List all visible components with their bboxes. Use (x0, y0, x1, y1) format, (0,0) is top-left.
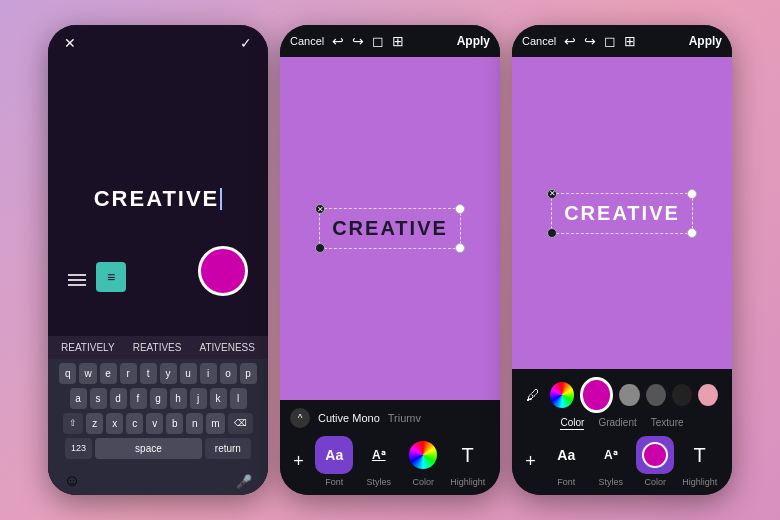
color-tabs-row: Color Gradient Texture (522, 417, 722, 430)
color-tab-gradient[interactable]: Gradient (598, 417, 636, 430)
apply-button-2[interactable]: Apply (457, 34, 490, 48)
tool-highlight-3[interactable]: T Highlight (681, 436, 719, 487)
top-bar-1: ✕ ✓ (48, 25, 268, 61)
color-rainbow-dot[interactable] (550, 382, 574, 408)
tool-font-3[interactable]: Aa Font (547, 436, 585, 487)
mic-icon[interactable]: 🎤 (236, 474, 252, 489)
delete-key[interactable]: ⌫ (228, 413, 253, 434)
eraser-icon-2[interactable]: ◻ (372, 33, 384, 49)
key-x[interactable]: x (106, 413, 123, 434)
handle-br[interactable] (455, 243, 465, 253)
handle-tr[interactable] (455, 204, 465, 214)
tool-highlight-2[interactable]: T Highlight (449, 436, 487, 487)
color-dot-pink[interactable] (698, 384, 718, 406)
tool-row-2: + Aa Font Aᵃ Styles Color (290, 436, 490, 487)
autocomplete-word-1[interactable]: REATIVELY (61, 342, 115, 353)
close-icon[interactable]: ✕ (64, 35, 76, 51)
handle-tr-3[interactable] (687, 189, 697, 199)
creative-text-box-3[interactable]: ✕ CREATIVE (551, 193, 693, 234)
key-t[interactable]: t (140, 363, 157, 384)
color-dot-black[interactable] (672, 384, 692, 406)
handle-bl-3[interactable] (547, 228, 557, 238)
tool-color-3[interactable]: Color (636, 436, 674, 487)
key-v[interactable]: v (146, 413, 163, 434)
emoji-icon[interactable]: ☺ (64, 472, 80, 490)
color-tab-texture[interactable]: Texture (651, 417, 684, 430)
layers-icon-3[interactable]: ⊞ (624, 33, 636, 49)
main-canvas-1: CREATIVE ≡ (48, 61, 268, 336)
key-j[interactable]: j (190, 388, 207, 409)
top-bar-3: Cancel ↩ ↪ ◻ ⊞ Apply (512, 25, 732, 57)
num-key[interactable]: 123 (65, 438, 92, 459)
font-name-triumv[interactable]: Triumv (388, 412, 421, 424)
key-i[interactable]: i (200, 363, 217, 384)
tool-styles-label-3: Styles (598, 477, 623, 487)
key-d[interactable]: d (110, 388, 127, 409)
return-key[interactable]: return (205, 438, 251, 459)
apply-button-3[interactable]: Apply (689, 34, 722, 48)
eraser-icon-3[interactable]: ◻ (604, 33, 616, 49)
key-g[interactable]: g (150, 388, 167, 409)
key-r[interactable]: r (120, 363, 137, 384)
tool-styles-2[interactable]: Aᵃ Styles (360, 436, 398, 487)
key-c[interactable]: c (126, 413, 143, 434)
undo-icon-2[interactable]: ↩ (332, 33, 344, 49)
redo-icon-3[interactable]: ↪ (584, 33, 596, 49)
tool-styles-3[interactable]: Aᵃ Styles (592, 436, 630, 487)
key-f[interactable]: f (130, 388, 147, 409)
creative-text-box-2[interactable]: ✕ CREATIVE (319, 208, 461, 249)
key-b[interactable]: b (166, 413, 183, 434)
key-z[interactable]: z (86, 413, 103, 434)
key-u[interactable]: u (180, 363, 197, 384)
key-a[interactable]: a (70, 388, 87, 409)
check-icon[interactable]: ✓ (240, 35, 252, 51)
tool-color-label-2: Color (412, 477, 434, 487)
tool-color-2[interactable]: Color (404, 436, 442, 487)
handle-bl[interactable] (315, 243, 325, 253)
redo-icon-2[interactable]: ↪ (352, 33, 364, 49)
key-w[interactable]: w (79, 363, 96, 384)
key-e[interactable]: e (100, 363, 117, 384)
handle-close[interactable]: ✕ (315, 204, 325, 214)
key-h[interactable]: h (170, 388, 187, 409)
color-dot-magenta-selected[interactable] (580, 377, 614, 413)
plus-button-2[interactable]: + (293, 451, 304, 472)
key-y[interactable]: y (160, 363, 177, 384)
eyedropper-icon[interactable]: 🖊 (526, 387, 540, 403)
key-k[interactable]: k (210, 388, 227, 409)
handle-close-3[interactable]: ✕ (547, 189, 557, 199)
key-n[interactable]: n (186, 413, 203, 434)
key-row-2: a s d f g h j k l (50, 388, 266, 409)
key-p[interactable]: p (240, 363, 257, 384)
key-q[interactable]: q (59, 363, 76, 384)
key-m[interactable]: m (206, 413, 224, 434)
font-icon-box-2: Aa (315, 436, 353, 474)
autocomplete-word-2[interactable]: REATIVES (133, 342, 182, 353)
color-dot-gray[interactable] (619, 384, 639, 406)
key-s[interactable]: s (90, 388, 107, 409)
plus-button-3[interactable]: + (525, 451, 536, 472)
teal-box[interactable]: ≡ (96, 262, 126, 292)
shift-key[interactable]: ⇧ (63, 413, 83, 434)
handle-br-3[interactable] (687, 228, 697, 238)
key-l[interactable]: l (230, 388, 247, 409)
color-dot-darkgray[interactable] (646, 384, 666, 406)
tool-row-3: + Aa Font Aᵃ Styles Color (522, 436, 722, 487)
creative-text-2: CREATIVE (332, 217, 448, 239)
key-o[interactable]: o (220, 363, 237, 384)
color-tab-color[interactable]: Color (560, 417, 584, 430)
layers-icon-2[interactable]: ⊞ (392, 33, 404, 49)
font-name-cutive[interactable]: Cutive Mono (318, 412, 380, 424)
color-icon-box-3 (636, 436, 674, 474)
font-icon-2: Aa (325, 447, 343, 463)
magenta-circle[interactable] (198, 246, 248, 296)
undo-icon-3[interactable]: ↩ (564, 33, 576, 49)
cancel-button-3[interactable]: Cancel (522, 35, 556, 47)
cancel-button-2[interactable]: Cancel (290, 35, 324, 47)
autocomplete-word-3[interactable]: ATIVENESS (200, 342, 255, 353)
space-key[interactable]: space (95, 438, 202, 459)
keyboard: q w e r t y u i o p a s d f g h j k l (48, 359, 268, 467)
tool-font-label-2: Font (325, 477, 343, 487)
tool-font-2[interactable]: Aa Font (315, 436, 353, 487)
font-scroll-up[interactable]: ^ (290, 408, 310, 428)
